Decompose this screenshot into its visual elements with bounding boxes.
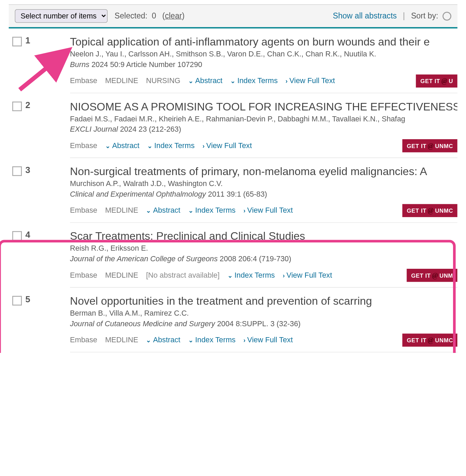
view-full-text-link[interactable]: › View Full Text [286, 77, 335, 85]
at-icon: @ [428, 142, 434, 150]
clear-selection[interactable]: (clear) [162, 11, 184, 21]
abstract-toggle[interactable]: ⌄ Abstract [146, 336, 180, 345]
get-it-button[interactable]: GET IT @ UNMC [402, 333, 457, 346]
chevron-down-icon: ⌄ [146, 207, 151, 214]
selected-label: Selected: 0 [114, 11, 156, 21]
result-row: 4Scar Treatments: Preclinical and Clinic… [9, 223, 457, 288]
db-badge: Embase [70, 77, 97, 85]
result-title[interactable]: Non-surgical treatments of primary, non-… [70, 165, 457, 178]
at-icon: @ [432, 272, 438, 279]
db-badge: Embase [70, 271, 97, 280]
result-authors: Murchison A.P., Walrath J.D., Washington… [70, 180, 457, 188]
at-icon: @ [428, 336, 434, 344]
index-terms-toggle[interactable]: ⌄ Index Terms [188, 206, 236, 215]
result-number: 1 [25, 36, 30, 45]
get-it-button[interactable]: GET IT @ UNMC [402, 139, 457, 152]
result-source: EXCLI Journal 2024 23 (212-263) [70, 125, 457, 134]
chevron-down-icon: ⌄ [228, 272, 233, 279]
db-badge: MEDLINE [105, 336, 138, 345]
items-per-page-select[interactable]: Select number of items [15, 9, 108, 23]
result-source: Journal of the American College of Surge… [70, 255, 457, 264]
show-all-abstracts[interactable]: Show all abstracts [333, 11, 397, 21]
get-it-button[interactable]: GET IT @ U [416, 75, 457, 88]
result-checkbox[interactable] [12, 296, 22, 305]
index-terms-toggle[interactable]: ⌄ Index Terms [188, 336, 236, 345]
chevron-right-icon: › [283, 272, 285, 279]
view-full-text-link[interactable]: › View Full Text [283, 271, 332, 280]
result-authors: Fadaei M.S., Fadaei M.R., Kheirieh A.E.,… [70, 115, 457, 123]
result-row: 3Non-surgical treatments of primary, non… [9, 158, 457, 223]
result-source: Burns 2024 50:9 Article Number 107290 [70, 61, 457, 69]
at-icon: @ [441, 77, 448, 85]
db-badge: Embase [70, 206, 97, 215]
at-icon: @ [428, 207, 434, 214]
view-full-text-link[interactable]: › View Full Text [243, 336, 293, 345]
chevron-down-icon: ⌄ [146, 336, 151, 343]
chevron-right-icon: › [243, 207, 245, 214]
result-title[interactable]: Scar Treatments: Preclinical and Clinica… [70, 230, 457, 242]
get-it-button[interactable]: GET IT @ UNMC [402, 204, 457, 217]
results-toolbar: Select number of items Selected: 0 (clea… [9, 4, 457, 28]
chevron-right-icon: › [203, 142, 205, 149]
chevron-down-icon: ⌄ [147, 142, 152, 149]
results-list: 1Topical application of anti-inflammator… [9, 28, 457, 353]
result-actions: EmbaseMEDLINE⌄ Abstract⌄ Index Terms› Vi… [70, 204, 457, 223]
abstract-toggle[interactable]: ⌄ Abstract [146, 206, 180, 215]
result-row: 1Topical application of anti-inflammator… [9, 28, 457, 93]
result-actions: EmbaseMEDLINENURSING⌄ Abstract⌄ Index Te… [70, 75, 457, 93]
db-badge: Embase [70, 141, 97, 150]
chevron-down-icon: ⌄ [230, 78, 235, 84]
result-checkbox[interactable] [12, 166, 22, 176]
result-row: 2NIOSOME AS A PROMISING TOOL FOR INCREAS… [9, 93, 457, 158]
chevron-down-icon: ⌄ [105, 142, 110, 149]
db-badge: MEDLINE [105, 77, 138, 85]
index-terms-toggle[interactable]: ⌄ Index Terms [147, 141, 195, 150]
result-source: Clinical and Experimental Ophthalmology … [70, 190, 457, 199]
db-badge: Embase [70, 336, 97, 345]
result-authors: Reish R.G., Eriksson E. [70, 244, 457, 253]
result-number: 2 [25, 100, 30, 110]
result-number: 4 [25, 230, 30, 240]
chevron-down-icon: ⌄ [188, 336, 193, 343]
result-checkbox[interactable] [12, 102, 22, 111]
db-badge: MEDLINE [105, 271, 138, 280]
chevron-right-icon: › [286, 78, 288, 84]
result-number: 5 [25, 294, 30, 304]
result-checkbox[interactable] [12, 37, 22, 47]
result-checkbox[interactable] [12, 231, 22, 241]
chevron-down-icon: ⌄ [188, 207, 193, 214]
db-badge: NURSING [146, 77, 180, 85]
sort-radio[interactable] [442, 12, 451, 21]
toolbar-divider: | [403, 11, 405, 21]
result-title[interactable]: Topical application of anti-inflammatory… [70, 36, 457, 48]
result-actions: EmbaseMEDLINE⌄ Abstract⌄ Index Terms› Vi… [70, 333, 457, 352]
chevron-right-icon: › [243, 336, 245, 343]
result-authors: Neelon J., Yau I., Carlsson AH., Smithso… [70, 50, 457, 59]
result-actions: EmbaseMEDLINE[No abstract available]⌄ In… [70, 269, 457, 288]
index-terms-toggle[interactable]: ⌄ Index Terms [230, 77, 278, 85]
result-row: 5Novel opportunities in the treatment an… [9, 288, 457, 352]
sort-by-label: Sort by: [411, 11, 438, 21]
get-it-button[interactable]: GET IT @ UNM [407, 269, 457, 282]
abstract-toggle[interactable]: ⌄ Abstract [188, 77, 222, 85]
view-full-text-link[interactable]: › View Full Text [203, 141, 252, 150]
no-abstract-label: [No abstract available] [146, 271, 219, 280]
chevron-down-icon: ⌄ [188, 78, 193, 84]
abstract-toggle[interactable]: ⌄ Abstract [105, 141, 139, 150]
result-source: Journal of Cutaneous Medicine and Surger… [70, 319, 457, 328]
view-full-text-link[interactable]: › View Full Text [243, 206, 293, 215]
result-authors: Berman B., Villa A.M., Ramirez C.C. [70, 309, 457, 318]
db-badge: MEDLINE [105, 206, 138, 215]
result-actions: Embase⌄ Abstract⌄ Index Terms› View Full… [70, 139, 457, 158]
result-row: 6Reduction of scar formation in full-thi… [9, 352, 457, 353]
index-terms-toggle[interactable]: ⌄ Index Terms [228, 271, 275, 280]
result-number: 3 [25, 165, 30, 175]
result-title[interactable]: Novel opportunities in the treatment and… [70, 294, 457, 307]
result-title[interactable]: NIOSOME AS A PROMISING TOOL FOR INCREASI… [70, 100, 457, 113]
